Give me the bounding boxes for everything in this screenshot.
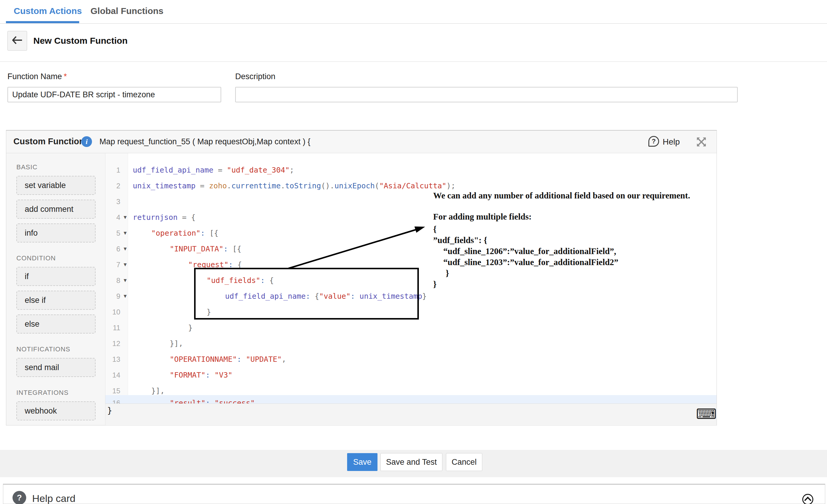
required-asterisk: * bbox=[64, 72, 67, 81]
description-input[interactable] bbox=[235, 87, 738, 102]
code-line[interactable]: 13"OPERATIONNAME": "UPDATE", bbox=[105, 351, 717, 367]
header-divider bbox=[0, 61, 827, 62]
code-line[interactable]: 4▼returnjson = { bbox=[105, 210, 717, 225]
save-button[interactable]: Save bbox=[347, 453, 378, 471]
sidebar-section-label: NOTIFICATIONS bbox=[16, 345, 105, 353]
line-number: 16 bbox=[105, 395, 120, 403]
annotation-json: {”udf_fields": {“udf_sline_1206”:”value_… bbox=[433, 224, 618, 290]
code-line[interactable]: 5▼"operation": [{ bbox=[105, 225, 717, 241]
annotation-json-line: “udf_sline_1203”:”value_for_additionalFi… bbox=[433, 257, 618, 268]
sidebar-section-label: INTEGRATIONS bbox=[16, 389, 105, 397]
tab-bar-divider bbox=[0, 23, 827, 24]
code-line[interactable]: 11} bbox=[105, 320, 717, 336]
annotation-json-line: “udf_sline_1206”:”value_for_additionalFi… bbox=[433, 246, 618, 257]
line-number: 12 bbox=[105, 336, 120, 351]
sidebar-item-if[interactable]: if bbox=[16, 267, 96, 286]
line-number: 5 bbox=[105, 225, 120, 241]
code-line[interactable]: 1udf_field_api_name = "udf_date_304"; bbox=[105, 162, 717, 178]
sidebar-item-send-mail[interactable]: send mail bbox=[16, 358, 96, 377]
sidebar-item-set-variable[interactable]: set variable bbox=[16, 176, 96, 195]
function-name-label: Function Name* bbox=[7, 72, 67, 81]
description-label: Description bbox=[235, 72, 275, 81]
function-signature: Map request_function_55 ( Map requestObj… bbox=[99, 137, 310, 147]
line-number: 13 bbox=[105, 351, 120, 367]
line-number: 3 bbox=[105, 194, 120, 210]
help-card-collapse-button[interactable] bbox=[802, 494, 813, 504]
fold-arrow-icon[interactable]: ▼ bbox=[123, 273, 128, 288]
chevron-up-icon bbox=[804, 497, 811, 504]
annotation-subheading: For adding multiple fields: bbox=[433, 212, 532, 222]
back-arrow-icon bbox=[12, 36, 22, 45]
function-name-input[interactable] bbox=[7, 87, 221, 102]
sidebar-item-webhook[interactable]: webhook bbox=[16, 401, 96, 421]
help-card-question-icon: ? bbox=[12, 491, 26, 504]
annotation-json-line: ”udf_fields": { bbox=[433, 235, 618, 246]
help-card bbox=[3, 484, 825, 504]
line-number: 9 bbox=[105, 288, 120, 304]
code-line[interactable]: 16"result": "success" bbox=[105, 395, 717, 403]
tab-custom-actions[interactable]: Custom Actions bbox=[14, 6, 82, 16]
line-number: 4 bbox=[105, 210, 120, 225]
annotation-json-line: { bbox=[433, 224, 618, 235]
sidebar-item-else-if[interactable]: else if bbox=[16, 291, 96, 310]
line-number: 6 bbox=[105, 241, 120, 257]
sidebar-item-else[interactable]: else bbox=[16, 315, 96, 334]
sidebar-section-label: BASIC bbox=[16, 163, 105, 171]
annotation-heading: We can add any number of additional fiel… bbox=[433, 191, 716, 201]
line-number: 8 bbox=[105, 273, 120, 288]
info-icon[interactable]: i bbox=[81, 136, 92, 147]
code-line[interactable]: 12}], bbox=[105, 336, 717, 351]
line-number: 10 bbox=[105, 304, 120, 320]
help-card-label: Help card bbox=[32, 493, 76, 504]
line-number: 1 bbox=[105, 162, 120, 178]
fold-arrow-icon[interactable]: ▼ bbox=[123, 210, 128, 225]
tab-global-functions[interactable]: Global Functions bbox=[91, 6, 163, 16]
annotation-json-line: } bbox=[433, 279, 618, 290]
line-number: 14 bbox=[105, 367, 120, 383]
fold-arrow-icon[interactable]: ▼ bbox=[123, 288, 128, 304]
help-question-icon[interactable]: ? bbox=[648, 136, 659, 147]
sidebar-sections: BASICset variableadd commentinfoCONDITIO… bbox=[16, 163, 105, 421]
function-closing-brace: } bbox=[107, 406, 112, 415]
save-and-test-button[interactable]: Save and Test bbox=[381, 453, 442, 471]
sidebar-item-add-comment[interactable]: add comment bbox=[16, 200, 96, 219]
panel-title: Custom Function bbox=[13, 136, 84, 147]
fold-arrow-icon[interactable]: ▼ bbox=[123, 225, 128, 241]
sidebar-section-label: CONDITION bbox=[16, 255, 105, 262]
highlight-box-annotation bbox=[194, 268, 419, 320]
cancel-button[interactable]: Cancel bbox=[446, 453, 482, 471]
line-number: 2 bbox=[105, 178, 120, 194]
editor-footer bbox=[105, 403, 717, 425]
page-title: New Custom Function bbox=[33, 36, 128, 46]
code-line[interactable]: 14"FORMAT": "V3" bbox=[105, 367, 717, 383]
line-number: 7 bbox=[105, 257, 120, 273]
fold-arrow-icon[interactable]: ▼ bbox=[123, 241, 128, 257]
fold-arrow-icon[interactable]: ▼ bbox=[123, 257, 128, 273]
keyboard-shortcuts-icon[interactable]: ⌨ bbox=[696, 403, 717, 425]
help-link[interactable]: Help bbox=[663, 137, 680, 147]
back-button[interactable] bbox=[7, 31, 27, 51]
action-palette-sidebar: BASICset variableadd commentinfoCONDITIO… bbox=[6, 153, 105, 425]
line-number: 11 bbox=[105, 320, 120, 336]
code-line[interactable]: 6▼"INPUT_DATA": [{ bbox=[105, 241, 717, 257]
sidebar-item-info[interactable]: info bbox=[16, 223, 96, 242]
annotation-json-line: } bbox=[433, 268, 618, 279]
expand-fullscreen-icon[interactable] bbox=[696, 136, 707, 147]
